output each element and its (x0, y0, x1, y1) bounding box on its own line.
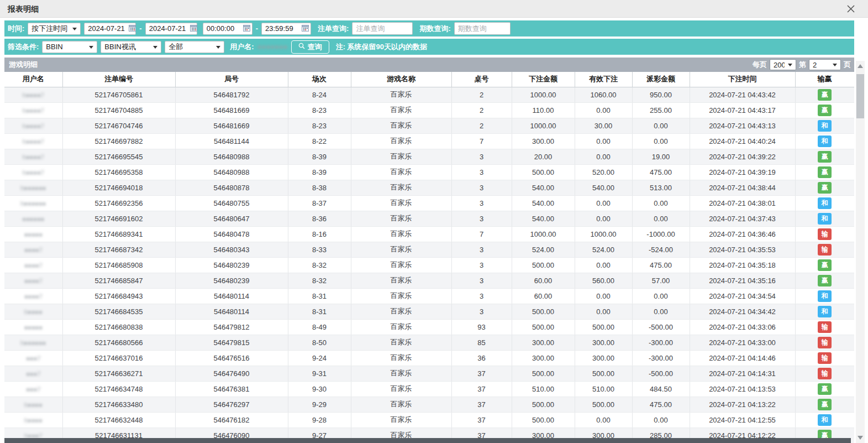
search-button[interactable]: 查询 (291, 40, 329, 54)
cell-round-id: 546479815 (175, 335, 288, 350)
outcome-badge[interactable]: 输 (818, 337, 832, 348)
outcome-badge[interactable]: 赢 (818, 105, 832, 116)
table-row: h●●●●●●5217466940185464808788-38百家乐3540.… (4, 180, 854, 195)
masked-username: ●●●●●●● (257, 43, 288, 51)
outcome-badge[interactable]: 赢 (818, 182, 832, 194)
table-row: h●●●●75217467047465464816698-23百家乐21000.… (4, 118, 854, 133)
cell-bet-time: 2024-07-21 04:34:54 (690, 288, 795, 304)
masked-username: h●●●●7 (23, 169, 44, 176)
cell-table-no: 3 (451, 149, 512, 164)
page-select[interactable]: 2 (809, 59, 841, 70)
per-page-select[interactable]: 200 (770, 59, 796, 70)
cell-payout: 0.00 (632, 195, 690, 211)
cell-username: ●●●●● (4, 226, 62, 242)
cell-session: 8-39 (288, 164, 351, 180)
outcome-badge[interactable]: 和 (818, 306, 832, 317)
outcome-badge[interactable]: 和 (818, 135, 832, 147)
outcome-badge[interactable]: 和 (818, 120, 832, 132)
outcome-badge[interactable]: 输 (818, 352, 832, 364)
date-from-input[interactable] (88, 24, 127, 33)
cell-bet-amount: 540.00 (512, 180, 575, 195)
cell-payout: 0.00 (632, 304, 690, 319)
close-icon[interactable] (846, 4, 856, 14)
cell-session: 9-29 (288, 397, 351, 412)
cell-bet-amount: 500.00 (512, 164, 575, 180)
cell-round-id: 546480239 (175, 273, 288, 288)
table-row: h●●●●●●5217466805665464798158-50百家乐85300… (4, 335, 854, 350)
cell-table-no: 37 (451, 397, 512, 412)
horizontal-scrollbar-thumb[interactable] (4, 438, 851, 443)
time-type-select[interactable]: 按下注时间 (28, 23, 81, 35)
platform-select[interactable]: BBIN (42, 41, 97, 53)
cell-session: 9-28 (288, 412, 351, 428)
scroll-up-icon[interactable] (858, 64, 863, 68)
scroll-down-icon[interactable] (858, 436, 863, 440)
cell-bet-id: 521746695545 (62, 149, 175, 164)
cell-username: ●●●●7 (4, 273, 62, 288)
cell-payout: -300.00 (632, 335, 690, 350)
cell-bet-id: 521746694018 (62, 180, 175, 195)
outcome-badge[interactable]: 赢 (818, 151, 832, 163)
cell-bet-amount: 500.00 (512, 412, 575, 428)
outcome-badge[interactable]: 赢 (818, 275, 832, 286)
table-row: h●●●●75217467058615464817928-24百家乐21000.… (4, 87, 854, 102)
cell-valid-bet: 300.00 (575, 350, 632, 366)
outcome-badge[interactable]: 赢 (818, 399, 832, 410)
cell-username: ●●●●● (4, 319, 62, 335)
cell-game: 百家乐 (351, 226, 451, 242)
outcome-badge[interactable]: 赢 (818, 259, 832, 271)
outcome-badge[interactable]: 赢 (818, 89, 832, 101)
cell-outcome: 和 (795, 304, 854, 319)
cell-valid-bet: 524.00 (575, 242, 632, 257)
bet-query-input[interactable] (352, 22, 413, 35)
vertical-scrollbar-thumb[interactable] (856, 74, 864, 118)
cell-game: 百家乐 (351, 397, 451, 412)
cell-game: 百家乐 (351, 366, 451, 381)
outcome-badge[interactable]: 和 (818, 197, 832, 209)
calendar-icon[interactable] (129, 24, 136, 34)
cell-game: 百家乐 (351, 164, 451, 180)
cell-bet-amount: 110.00 (512, 102, 575, 118)
outcome-badge[interactable]: 赢 (818, 383, 832, 395)
panel-title: 游戏明细 (9, 60, 38, 70)
date-to-input[interactable] (149, 24, 188, 33)
vertical-scrollbar[interactable] (856, 61, 865, 443)
outcome-badge[interactable]: 和 (818, 213, 832, 225)
masked-username: h●●●● (24, 402, 43, 408)
outcome-badge[interactable]: 输 (818, 321, 832, 333)
column-header-round-id: 局号 (175, 72, 288, 87)
cell-bet-id: 521746685908 (62, 257, 175, 273)
outcome-badge[interactable]: 赢 (818, 166, 832, 178)
modal-titlebar: 报表明细 (0, 0, 868, 18)
table-row: ●●●75217466362715464764909-31百家乐37500.00… (4, 366, 854, 381)
masked-username: ●●●●● (24, 231, 43, 238)
calendar-icon[interactable] (190, 24, 197, 34)
time-to-input[interactable] (265, 24, 299, 33)
cell-table-no: 85 (451, 335, 512, 350)
masked-username: h●●●●7 (23, 107, 44, 114)
calendar-icon[interactable] (243, 24, 250, 34)
cell-username: h●●●● (4, 304, 62, 319)
username-label: 用户名: (230, 42, 254, 52)
game-detail-panel-header: 游戏明细 每页 200 第 2 页 (4, 58, 854, 72)
cell-bet-amount: 500.00 (512, 366, 575, 381)
calendar-icon[interactable] (302, 24, 309, 34)
cell-session: 8-39 (288, 149, 351, 164)
outcome-badge[interactable]: 和 (818, 414, 832, 426)
cell-round-id: 546480239 (175, 257, 288, 273)
scope-select[interactable]: 全部 (165, 41, 224, 53)
product-select[interactable]: BBIN视讯 (101, 41, 161, 53)
cell-bet-id: 521746634748 (62, 381, 175, 397)
search-button-label: 查询 (308, 42, 322, 52)
outcome-badge[interactable]: 输 (818, 244, 832, 256)
cell-bet-time: 2024-07-21 04:39:19 (690, 164, 795, 180)
table-row: ●●●75217466370165464765169-24百家乐36300.00… (4, 350, 854, 366)
outcome-badge[interactable]: 输 (818, 368, 832, 379)
outcome-badge[interactable]: 输 (818, 228, 832, 240)
period-query-input[interactable] (454, 22, 511, 35)
cell-bet-id: 521746685847 (62, 273, 175, 288)
cell-valid-bet: 0.00 (575, 149, 632, 164)
outcome-badge[interactable]: 和 (818, 290, 832, 302)
cell-game: 百家乐 (351, 350, 451, 366)
time-from-input[interactable] (207, 24, 241, 33)
